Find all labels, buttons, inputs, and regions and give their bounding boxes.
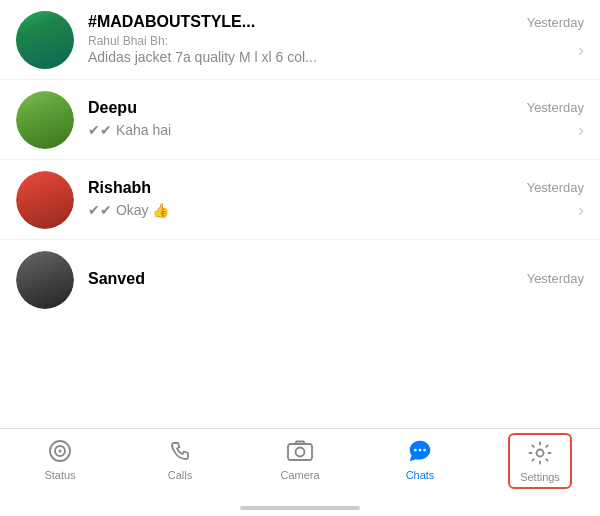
- avatar: [16, 91, 74, 149]
- home-indicator: [240, 506, 360, 510]
- chat-preview: Adidas jacket 7a quality M l xl 6 col...: [88, 49, 317, 65]
- svg-point-8: [537, 450, 544, 457]
- settings-icon: [526, 439, 554, 467]
- chat-item[interactable]: Sanved Yesterday: [0, 240, 600, 320]
- chat-list: #MADABOUTSTYLE... Yesterday Rahul Bhai B…: [0, 0, 600, 320]
- svg-point-7: [423, 449, 426, 452]
- svg-point-6: [419, 449, 422, 452]
- chat-preview: ✔✔ Kaha hai: [88, 122, 171, 138]
- chat-content: Rishabh Yesterday ✔✔ Okay 👍 ›: [88, 179, 584, 221]
- chat-time: Yesterday: [527, 180, 584, 195]
- chat-time: Yesterday: [527, 100, 584, 115]
- avatar: [16, 11, 74, 69]
- nav-item-chats[interactable]: Chats: [360, 437, 480, 481]
- nav-label-status: Status: [44, 469, 75, 481]
- chat-content: #MADABOUTSTYLE... Yesterday Rahul Bhai B…: [88, 13, 584, 66]
- chat-content: Sanved Yesterday: [88, 270, 584, 291]
- chat-name: Rishabh: [88, 179, 151, 197]
- chat-preview: ✔✔ Okay 👍: [88, 202, 169, 218]
- svg-point-2: [59, 450, 62, 453]
- chat-content: Deepu Yesterday ✔✔ Kaha hai ›: [88, 99, 584, 141]
- settings-highlight: Settings: [508, 433, 572, 489]
- chat-item[interactable]: Deepu Yesterday ✔✔ Kaha hai ›: [0, 80, 600, 160]
- chat-item[interactable]: #MADABOUTSTYLE... Yesterday Rahul Bhai B…: [0, 0, 600, 80]
- nav-label-settings: Settings: [520, 471, 560, 483]
- nav-label-chats: Chats: [406, 469, 435, 481]
- nav-item-settings[interactable]: Settings: [480, 437, 600, 489]
- chats-icon: [406, 437, 434, 465]
- calls-icon: [166, 437, 194, 465]
- nav-item-camera[interactable]: Camera: [240, 437, 360, 481]
- svg-point-4: [296, 448, 305, 457]
- chat-subname: Rahul Bhai Bh:: [88, 34, 317, 48]
- bottom-nav: Status Calls Camera: [0, 428, 600, 516]
- nav-item-status[interactable]: Status: [0, 437, 120, 481]
- avatar: [16, 171, 74, 229]
- camera-icon: [286, 437, 314, 465]
- status-icon: [46, 437, 74, 465]
- chevron-icon: ›: [578, 120, 584, 141]
- svg-point-5: [414, 449, 417, 452]
- chat-time: Yesterday: [527, 15, 584, 30]
- nav-item-calls[interactable]: Calls: [120, 437, 240, 481]
- chat-name: Sanved: [88, 270, 145, 288]
- avatar: [16, 251, 74, 309]
- chat-name: #MADABOUTSTYLE...: [88, 13, 255, 31]
- nav-label-calls: Calls: [168, 469, 192, 481]
- svg-rect-3: [288, 444, 312, 460]
- chevron-icon: ›: [578, 40, 584, 61]
- chat-time: Yesterday: [527, 271, 584, 286]
- nav-label-camera: Camera: [280, 469, 319, 481]
- chevron-icon: ›: [578, 200, 584, 221]
- chat-name: Deepu: [88, 99, 137, 117]
- chat-item[interactable]: Rishabh Yesterday ✔✔ Okay 👍 ›: [0, 160, 600, 240]
